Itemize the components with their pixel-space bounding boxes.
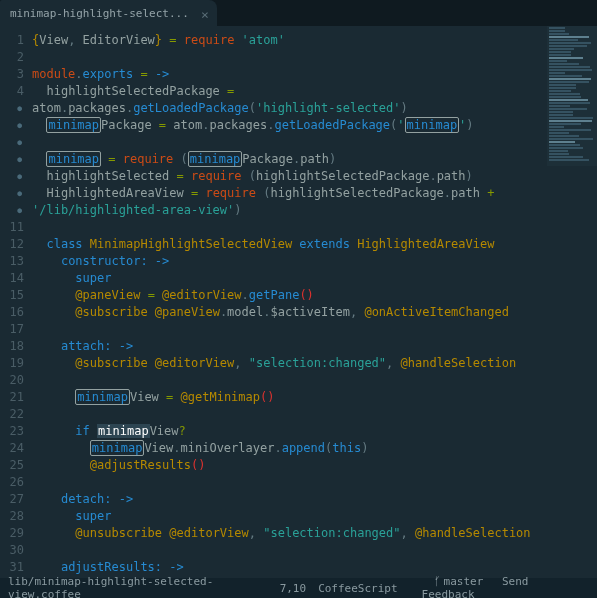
code-line[interactable]: {View, EditorView} = require 'atom' [32, 32, 597, 49]
line-number[interactable]: 19 [0, 355, 24, 372]
code-line[interactable]: class MinimapHighlightSelectedView exten… [32, 236, 597, 253]
minimap-line [549, 153, 569, 155]
code-line[interactable] [32, 542, 597, 559]
code-line[interactable]: if minimapView? [32, 423, 597, 440]
line-number[interactable]: 15 [0, 287, 24, 304]
line-number[interactable]: 23 [0, 423, 24, 440]
code-line[interactable] [32, 406, 597, 423]
minimap-line [549, 45, 587, 47]
status-right: ᚶmaster Send Feedback [422, 575, 577, 598]
status-cursor-position[interactable]: 7,10 [280, 582, 307, 595]
minimap-line [549, 105, 570, 107]
line-number[interactable]: 24 [0, 440, 24, 457]
code-line[interactable]: highlightSelectedPackage = [32, 83, 597, 100]
status-grammar[interactable]: CoffeeScript [318, 582, 397, 595]
minimap-line [549, 156, 583, 158]
line-number[interactable]: 18 [0, 338, 24, 355]
line-number[interactable]: 16 [0, 304, 24, 321]
line-number[interactable]: ● [0, 134, 24, 151]
line-number[interactable]: 26 [0, 474, 24, 491]
line-number[interactable]: 30 [0, 542, 24, 559]
code-line[interactable]: @adjustResults() [32, 457, 597, 474]
line-number[interactable]: 14 [0, 270, 24, 287]
line-number[interactable]: 27 [0, 491, 24, 508]
code-line[interactable]: super [32, 270, 597, 287]
minimap-line [549, 78, 591, 80]
code-line[interactable]: super [32, 508, 597, 525]
minimap-line [549, 27, 565, 29]
status-bar: lib/minimap-highlight-selected-view.coff… [0, 578, 597, 598]
code-line[interactable] [32, 372, 597, 389]
minimap-line [549, 51, 571, 53]
line-number[interactable]: 4 [0, 83, 24, 100]
code-line[interactable]: @subscribe @paneView.model.$activeItem, … [32, 304, 597, 321]
code-line[interactable]: constructor: -> [32, 253, 597, 270]
file-tab[interactable]: minimap-highlight-select... × [0, 0, 217, 26]
minimap-line [549, 81, 589, 83]
tab-title: minimap-highlight-select... [10, 7, 189, 20]
line-number[interactable]: 17 [0, 321, 24, 338]
line-number[interactable]: 12 [0, 236, 24, 253]
code-line[interactable]: minimap = require (minimapPackage.path) [32, 151, 597, 168]
minimap-line [549, 99, 588, 101]
line-number[interactable]: ● [0, 117, 24, 134]
minimap-line [549, 138, 593, 140]
code-line[interactable]: minimapView.miniOverlayer.append(this) [32, 440, 597, 457]
minimap-line [549, 93, 580, 95]
code-line[interactable]: module.exports = -> [32, 66, 597, 83]
code-line[interactable]: highlightSelected = require (highlightSe… [32, 168, 597, 185]
line-number[interactable]: ● [0, 168, 24, 185]
minimap-line [549, 150, 568, 152]
editor-pane[interactable]: 1234●●●●●●●11121314151617181920212223242… [0, 26, 597, 578]
minimap-line [549, 135, 579, 137]
line-number[interactable]: ● [0, 185, 24, 202]
minimap-line [549, 57, 583, 59]
line-number[interactable]: 31 [0, 559, 24, 576]
code-line[interactable]: HighlightedAreaView = require (highlight… [32, 185, 597, 202]
minimap-line [549, 96, 581, 98]
minimap-line [549, 102, 590, 104]
line-number[interactable]: 3 [0, 66, 24, 83]
code-line[interactable]: minimapPackage = atom.packages.getLoaded… [32, 117, 597, 134]
line-number[interactable]: 1 [0, 32, 24, 49]
code-line[interactable]: detach: -> [32, 491, 597, 508]
code-line[interactable]: atom.packages.getLoadedPackage('highligh… [32, 100, 597, 117]
code-line[interactable]: minimapView = @getMinimap() [32, 389, 597, 406]
line-number[interactable]: 11 [0, 219, 24, 236]
minimap-line [549, 33, 569, 35]
minimap-line [549, 66, 590, 68]
code-line[interactable]: adjustResults: -> [32, 559, 597, 576]
line-number[interactable]: 2 [0, 49, 24, 66]
line-number[interactable]: ● [0, 151, 24, 168]
line-number[interactable]: 20 [0, 372, 24, 389]
code-line[interactable] [32, 219, 597, 236]
code-line[interactable] [32, 321, 597, 338]
line-number[interactable]: 29 [0, 525, 24, 542]
code-line[interactable]: @subscribe @editorView, "selection:chang… [32, 355, 597, 372]
code-line[interactable]: @unsubscribe @editorView, "selection:cha… [32, 525, 597, 542]
code-line[interactable]: '/lib/highlighted-area-view') [32, 202, 597, 219]
code-line[interactable] [32, 474, 597, 491]
minimap-line [549, 111, 573, 113]
code-area[interactable]: {View, EditorView} = require 'atom' modu… [32, 26, 597, 578]
line-number[interactable]: 13 [0, 253, 24, 270]
line-number[interactable]: ● [0, 100, 24, 117]
minimap[interactable] [547, 26, 597, 166]
line-number[interactable]: 28 [0, 508, 24, 525]
minimap-line [549, 63, 579, 65]
close-icon[interactable]: × [201, 7, 209, 22]
minimap-line [549, 132, 569, 134]
line-number[interactable]: 22 [0, 406, 24, 423]
minimap-line [549, 39, 578, 41]
line-number[interactable]: ● [0, 202, 24, 219]
line-number[interactable]: 21 [0, 389, 24, 406]
code-line[interactable] [32, 49, 597, 66]
code-line[interactable]: @paneView = @editorView.getPane() [32, 287, 597, 304]
code-line[interactable]: attach: -> [32, 338, 597, 355]
minimap-line [549, 84, 576, 86]
minimap-line [549, 90, 571, 92]
code-line[interactable] [32, 134, 597, 151]
branch-indicator[interactable]: ᚶmaster [434, 575, 484, 588]
line-number[interactable]: 25 [0, 457, 24, 474]
minimap-line [549, 114, 573, 116]
